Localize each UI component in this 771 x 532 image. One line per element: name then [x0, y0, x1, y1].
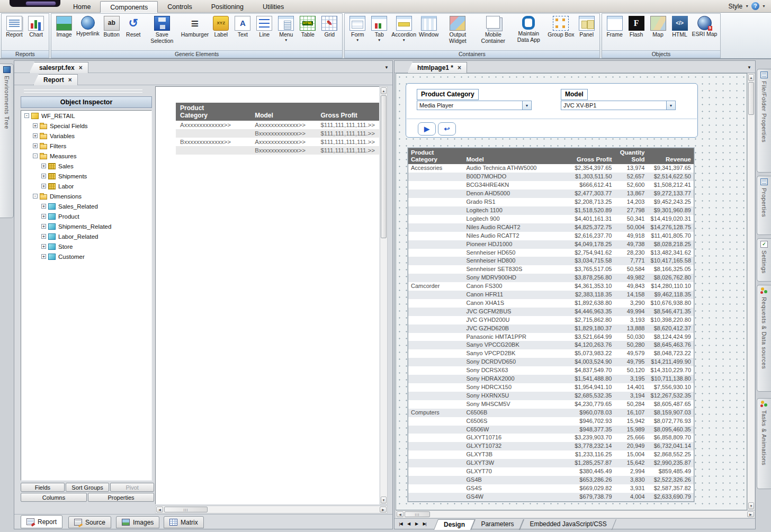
tree-item-measures[interactable]: -Measures [21, 151, 151, 161]
scroll-up-icon[interactable]: ▲ [748, 74, 754, 81]
collapse-toggle-icon[interactable]: - [33, 194, 38, 199]
fields-button[interactable]: Fields [21, 483, 65, 492]
scroll-right-icon[interactable]: ▶ [380, 507, 387, 512]
scroll-down-icon[interactable]: ▼ [381, 497, 387, 503]
nav-next-icon[interactable]: ▶ [413, 520, 420, 528]
tab-matrix[interactable]: Matrix [164, 516, 204, 528]
tree-item-sales[interactable]: +Sales [21, 161, 151, 171]
tab-report-view[interactable]: Report × [33, 74, 78, 85]
preview-vscroll-thumb[interactable] [381, 95, 387, 238]
canvas-vscroll-thumb[interactable] [748, 82, 754, 115]
tab-parameters[interactable]: Parameters [471, 519, 524, 530]
tree-item-dimensions[interactable]: -Dimensions [21, 191, 151, 201]
scroll-left-icon[interactable]: ◀ [397, 511, 404, 517]
tab-images[interactable]: Images [116, 516, 159, 528]
ribbon-item-hamburger[interactable]: ≡Hamburger [180, 15, 210, 38]
preview-hscrollbar[interactable]: ◀ III ▶ [155, 506, 388, 513]
ribbon-tab-home[interactable]: Home [64, 1, 100, 13]
ribbon-item-tab[interactable]: Tab▼ [369, 15, 390, 41]
ribbon-item-maintain-data-app[interactable]: Maintain Data App [511, 15, 546, 43]
sidebar-tab-requests-data-sources[interactable]: Requests & Data sources [757, 285, 771, 392]
tab-design[interactable]: Design [434, 519, 475, 530]
ribbon-item-esri-map[interactable]: 5ESRI Map [691, 15, 719, 38]
model-select[interactable]: JVC XV-BP1 ▼ [561, 101, 676, 110]
ribbon-item-flash[interactable]: FFlash [626, 15, 647, 38]
expand-toggle-icon[interactable]: + [41, 164, 46, 168]
ribbon-item-report[interactable]: Report [4, 15, 25, 38]
ribbon-item-frame[interactable]: Frame [604, 15, 625, 38]
ribbon-item-save-selection[interactable]: Save Selection [145, 15, 180, 44]
expand-toggle-icon[interactable]: + [41, 244, 46, 249]
scroll-down-icon[interactable]: ▼ [748, 502, 754, 509]
expand-toggle-icon[interactable]: + [41, 174, 46, 178]
collapse-toggle-icon[interactable]: - [33, 154, 38, 158]
expand-toggle-icon[interactable]: + [33, 133, 38, 138]
canvas-hscroll-thumb[interactable]: III [405, 511, 430, 517]
tab-embedded-javascript-css[interactable]: Embedded JavaScript/CSS [519, 519, 616, 530]
close-icon[interactable]: × [79, 65, 83, 70]
tree-item-product[interactable]: +Product [21, 211, 151, 221]
tab-list-dropdown-icon[interactable]: ▼ [747, 65, 751, 70]
close-icon[interactable]: × [68, 77, 72, 83]
scroll-left-icon[interactable]: ◀ [156, 507, 163, 512]
ribbon-item-menu[interactable]: Menu▼ [275, 15, 297, 41]
tree-item-filters[interactable]: +Filters [21, 141, 151, 151]
tab-salesrpt-fex[interactable]: salesrpt.fex × [29, 62, 88, 73]
tab-htmlpage1[interactable]: htmlpage1 * × [407, 62, 467, 73]
ribbon-item-mobile-container[interactable]: Mobile Container [476, 15, 510, 44]
ribbon-item-table[interactable]: HTMLTable [297, 15, 318, 38]
sidebar-tab-file-folder-properties[interactable]: File/Folder Properties [757, 69, 771, 173]
close-icon[interactable]: × [458, 65, 461, 70]
properties-button[interactable]: Properties [88, 493, 154, 502]
ribbon-tab-utilities[interactable]: Utilities [253, 1, 293, 13]
canvas-vscrollbar[interactable]: ▲ ▼ [747, 73, 755, 510]
preview-hscroll-thumb[interactable]: III [164, 507, 208, 512]
scroll-right-icon[interactable]: ▶ [747, 511, 754, 517]
nav-last-icon[interactable]: ▶| [420, 520, 428, 528]
ribbon-item-group-box[interactable]: Group Box [546, 15, 575, 38]
ribbon-item-form[interactable]: Form▼ [347, 15, 368, 41]
nav-prev-icon[interactable]: ◀ [405, 520, 413, 528]
parameter-form[interactable]: Product Category Media Player ▼ Model JV… [406, 83, 698, 138]
ribbon-item-grid[interactable]: ✎Grid [319, 15, 340, 38]
chevron-down-icon[interactable]: ▼ [666, 101, 675, 110]
ribbon-item-chart[interactable]: Chart [25, 15, 47, 38]
expand-toggle-icon[interactable]: + [41, 184, 46, 188]
ribbon-item-line[interactable]: Line [254, 15, 275, 38]
ribbon-item-text[interactable]: AText [232, 15, 253, 38]
splitter-grip[interactable] [24, 92, 142, 93]
product-category-select[interactable]: Media Player ▼ [417, 101, 532, 110]
ribbon-item-html[interactable]: </>HTML [669, 15, 691, 38]
design-canvas[interactable]: Product Category Media Player ▼ Model JV… [396, 73, 747, 510]
scroll-up-icon[interactable]: ▲ [381, 87, 387, 94]
ribbon-item-label[interactable]: XYZLabel [210, 15, 231, 38]
expand-toggle-icon[interactable]: + [41, 204, 46, 209]
style-dropdown-icon[interactable]: ▼ [745, 4, 749, 8]
expand-toggle-icon[interactable]: + [41, 234, 46, 239]
expand-toggle-icon[interactable]: + [41, 254, 46, 259]
ribbon-item-hyperlink[interactable]: Hyperlink [75, 15, 101, 37]
tree-item-shipments[interactable]: +Shipments [21, 171, 151, 181]
tree-item-labor-related[interactable]: +Labor_Related [21, 231, 151, 241]
ribbon-tab-positioning[interactable]: Positioning [202, 1, 253, 13]
expand-toggle-icon[interactable]: + [41, 224, 46, 229]
ribbon-tab-controls[interactable]: Controls [158, 1, 202, 13]
reset-button[interactable]: ↩ [438, 122, 456, 136]
splitter-grip[interactable] [24, 89, 142, 90]
sidebar-tab-tasks-animations[interactable]: Tasks & Animations [757, 398, 771, 489]
columns-button[interactable]: Columns [21, 493, 87, 502]
ribbon-item-output-widget[interactable]: Output Widget [440, 15, 475, 44]
expand-toggle-icon[interactable]: + [33, 143, 38, 148]
chevron-down-icon[interactable]: ▼ [370, 39, 389, 41]
chevron-down-icon[interactable]: ▼ [391, 39, 416, 41]
tree-item-shipments-related[interactable]: +Shipments_Related [21, 221, 151, 231]
tree-item-sales-related[interactable]: +Sales_Related [21, 201, 151, 211]
ribbon-item-map[interactable]: Map [648, 15, 669, 38]
tree-item-special-fields[interactable]: +Special Fields [21, 121, 151, 131]
sidebar-tab-settings[interactable]: ✓Settings [757, 238, 771, 282]
ribbon-item-button[interactable]: abButton [101, 15, 122, 38]
chevron-down-icon[interactable]: ▼ [348, 39, 367, 41]
chevron-down-icon[interactable]: ▼ [276, 39, 295, 41]
tree-item-variables[interactable]: +Variables [21, 131, 151, 141]
style-label[interactable]: Style [728, 3, 742, 10]
